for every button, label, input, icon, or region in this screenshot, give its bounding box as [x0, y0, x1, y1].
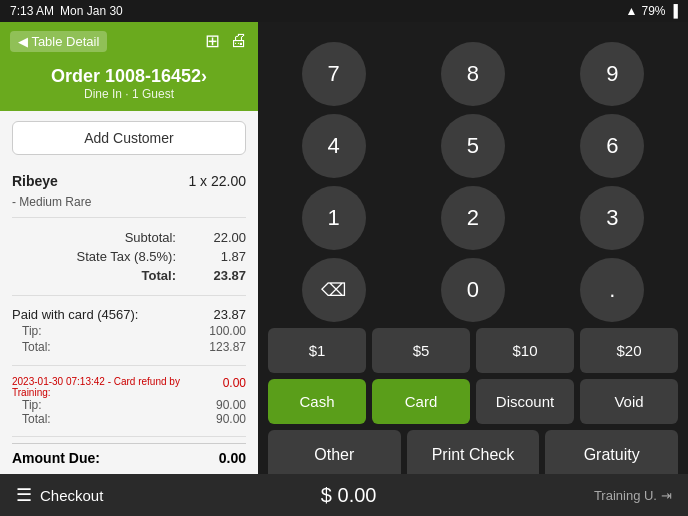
refund-total-value: 90.00 — [216, 412, 246, 426]
paid-total-label: Total: — [22, 340, 51, 354]
bottom-bar: ☰ Checkout $ 0.00 Training U. ⇥ — [0, 474, 688, 516]
checkout-button[interactable]: ☰ Checkout — [16, 484, 103, 506]
amount-5-button[interactable]: $5 — [372, 328, 470, 373]
card-button[interactable]: Card — [372, 379, 470, 424]
refund-tip-value: 90.00 — [216, 398, 246, 412]
battery-icon: ▐ — [669, 4, 678, 18]
other-button[interactable]: Other — [268, 430, 401, 474]
num-2-button[interactable]: 2 — [441, 186, 505, 250]
tip-label: Tip: — [22, 324, 42, 338]
total-label: Total: — [142, 268, 176, 283]
decimal-button[interactable]: . — [580, 258, 644, 322]
exit-icon: ⇥ — [661, 488, 672, 503]
battery-text: 79% — [641, 4, 665, 18]
total-row: Total: 23.87 — [12, 266, 246, 285]
paid-label: Paid with card (4567): — [12, 307, 138, 322]
right-panel: 7 8 9 4 5 6 1 2 3 ⌫ 0 . $1 $5 $10 $20 Ca… — [258, 22, 688, 474]
amount-20-button[interactable]: $20 — [580, 328, 678, 373]
payment-section: Paid with card (4567): 23.87 Tip: 100.00… — [12, 302, 246, 359]
total-display: $ 0.00 — [321, 484, 377, 507]
add-customer-label: Add Customer — [84, 130, 173, 146]
status-date: Mon Jan 30 — [60, 4, 123, 18]
amount-due-value: 0.00 — [219, 450, 246, 466]
status-time: 7:13 AM — [10, 4, 54, 18]
discount-button[interactable]: Discount — [476, 379, 574, 424]
tax-value: 1.87 — [196, 249, 246, 264]
numpad-grid: 7 8 9 4 5 6 1 2 3 ⌫ 0 . — [268, 42, 678, 322]
subtotal-value: 22.00 — [196, 230, 246, 245]
amount-10-button[interactable]: $10 — [476, 328, 574, 373]
divider-3 — [12, 365, 246, 366]
subtotal-label: Subtotal: — [125, 230, 176, 245]
back-button[interactable]: ◀ Table Detail — [10, 31, 107, 52]
left-panel: ◀ Table Detail ⊞ 🖨 Order 1008-16452› Din… — [0, 22, 258, 474]
divider-4 — [12, 436, 246, 437]
subtotal-row: Subtotal: 22.00 — [12, 228, 246, 247]
checkout-label: Checkout — [40, 487, 103, 504]
order-items-section: Ribeye 1 x 22.00 - Medium Rare Subtotal:… — [0, 165, 258, 474]
main-layout: ◀ Table Detail ⊞ 🖨 Order 1008-16452› Din… — [0, 22, 688, 474]
training-label: Training U. — [594, 488, 657, 503]
bottom-actions-row: Other Print Check Gratuity — [268, 430, 678, 474]
add-customer-button[interactable]: Add Customer — [12, 121, 246, 155]
panel-header: ◀ Table Detail ⊞ 🖨 — [0, 22, 258, 60]
status-left: 7:13 AM Mon Jan 30 — [10, 4, 123, 18]
tip-value: 100.00 — [209, 324, 246, 338]
num-1-button[interactable]: 1 — [302, 186, 366, 250]
gratuity-button[interactable]: Gratuity — [545, 430, 678, 474]
order-subtitle: Dine In · 1 Guest — [0, 87, 258, 101]
num-4-button[interactable]: 4 — [302, 114, 366, 178]
num-6-button[interactable]: 6 — [580, 114, 644, 178]
num-8-button[interactable]: 8 — [441, 42, 505, 106]
amount-due-label: Amount Due: — [12, 450, 100, 466]
num-5-button[interactable]: 5 — [441, 114, 505, 178]
divider-1 — [12, 217, 246, 218]
paid-total-value: 123.87 — [209, 340, 246, 354]
wifi-icon: ▲ — [626, 4, 638, 18]
item-row: Ribeye 1 x 22.00 — [12, 169, 246, 193]
num-7-button[interactable]: 7 — [302, 42, 366, 106]
paid-row: Paid with card (4567): 23.87 — [12, 306, 246, 323]
total-value: 23.87 — [196, 268, 246, 283]
back-label: ◀ Table Detail — [18, 34, 99, 49]
payment-actions-row: Cash Card Discount Void — [268, 379, 678, 424]
item-qty: 1 x 22.00 — [188, 173, 246, 189]
quick-amounts-row: $1 $5 $10 $20 — [268, 328, 678, 373]
tax-label: State Tax (8.5%): — [77, 249, 176, 264]
divider-2 — [12, 295, 246, 296]
paid-total-row: Total: 123.87 — [12, 339, 246, 355]
void-button[interactable]: Void — [580, 379, 678, 424]
menu-icon: ☰ — [16, 484, 32, 506]
header-icons: ⊞ 🖨 — [205, 30, 248, 52]
training-button[interactable]: Training U. ⇥ — [594, 488, 672, 503]
refund-tip-label: Tip: — [22, 398, 42, 412]
item-modifier: - Medium Rare — [12, 193, 246, 211]
refund-label: 2023-01-30 07:13:42 - Card refund by Tra… — [12, 376, 212, 398]
tip-row: Tip: 100.00 — [12, 323, 246, 339]
backspace-button[interactable]: ⌫ — [302, 258, 366, 322]
item-name: Ribeye — [12, 173, 58, 189]
receipt-icon[interactable]: ⊞ — [205, 30, 220, 52]
status-bar: 7:13 AM Mon Jan 30 ▲ 79% ▐ — [0, 0, 688, 22]
print-check-button[interactable]: Print Check — [407, 430, 540, 474]
tax-row: State Tax (8.5%): 1.87 — [12, 247, 246, 266]
refund-total-label: Total: — [22, 412, 51, 426]
amount-1-button[interactable]: $1 — [268, 328, 366, 373]
num-0-button[interactable]: 0 — [441, 258, 505, 322]
totals-section: Subtotal: 22.00 State Tax (8.5%): 1.87 T… — [12, 224, 246, 289]
num-9-button[interactable]: 9 — [580, 42, 644, 106]
order-info: Order 1008-16452› Dine In · 1 Guest — [0, 60, 258, 111]
print-icon[interactable]: 🖨 — [230, 30, 248, 52]
amount-due-row: Amount Due: 0.00 — [12, 443, 246, 470]
refund-amount: 0.00 — [223, 376, 246, 398]
order-title[interactable]: Order 1008-16452› — [0, 66, 258, 87]
paid-value: 23.87 — [213, 307, 246, 322]
num-3-button[interactable]: 3 — [580, 186, 644, 250]
status-right: ▲ 79% ▐ — [626, 4, 678, 18]
refund-section: 2023-01-30 07:13:42 - Card refund by Tra… — [12, 372, 246, 430]
cash-button[interactable]: Cash — [268, 379, 366, 424]
